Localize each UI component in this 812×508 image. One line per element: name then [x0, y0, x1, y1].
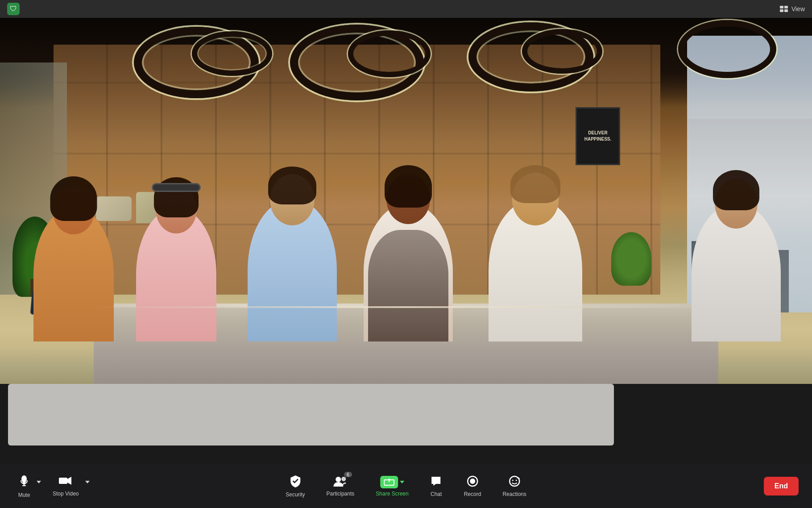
share-screen-button[interactable]: Share Screen — [371, 473, 413, 500]
share-screen-icon-bg — [380, 476, 398, 488]
caption-bar — [8, 384, 614, 446]
video-chevron[interactable] — [83, 479, 91, 486]
svg-point-5 — [336, 477, 341, 482]
mute-button[interactable]: Mute — [13, 472, 35, 501]
reactions-icon — [508, 475, 521, 489]
person-6 — [687, 167, 785, 341]
person-5 — [482, 163, 589, 341]
mute-label: Mute — [18, 492, 30, 498]
ring-light-4 — [678, 20, 776, 78]
security-icon — [289, 475, 302, 489]
participants-icon-wrap: 6 — [333, 475, 348, 488]
view-button[interactable]: View — [780, 5, 805, 12]
plant-right — [611, 232, 651, 286]
person-3 — [241, 163, 344, 341]
toolbar: Mute Stop Video — [0, 464, 812, 508]
share-screen-label: Share Screen — [376, 491, 408, 497]
stop-video-label: Stop Video — [53, 491, 79, 497]
participants-count-badge: 6 — [344, 472, 352, 477]
share-screen-icon — [384, 478, 394, 487]
svg-point-13 — [512, 480, 514, 481]
person-2 — [129, 172, 223, 341]
chat-button[interactable]: Chat — [426, 472, 447, 500]
reactions-button[interactable]: Reactions — [498, 472, 530, 500]
svg-point-0 — [21, 475, 27, 483]
wall-frame-text: DELIVER HAPPINESS. — [584, 130, 612, 142]
wall-frame: DELIVER HAPPINESS. — [576, 107, 620, 165]
mute-chevron[interactable] — [35, 479, 43, 486]
top-bar: 🛡 View — [0, 0, 812, 18]
ring-light-1b — [192, 31, 272, 76]
share-screen-icon-wrap — [380, 476, 404, 488]
end-button[interactable]: End — [764, 477, 799, 496]
zoom-logo: 🛡 — [7, 3, 20, 15]
stop-video-button[interactable]: Stop Video — [48, 473, 83, 500]
video-scene: DELIVER HAPPINESS. — [0, 18, 812, 384]
video-area: DELIVER HAPPINESS. — [0, 18, 812, 384]
person-4 — [357, 163, 460, 341]
participants-icon — [333, 475, 348, 487]
participants-button[interactable]: 6 Participants — [322, 473, 359, 500]
svg-rect-4 — [59, 478, 67, 484]
reactions-label: Reactions — [502, 491, 526, 497]
record-label: Record — [464, 491, 481, 497]
ring-light-2b — [348, 30, 431, 77]
view-grid-icon — [780, 6, 788, 12]
svg-point-11 — [470, 479, 475, 484]
chat-icon — [430, 475, 443, 489]
toolbar-left: Mute Stop Video — [13, 472, 91, 501]
participants-label: Participants — [327, 491, 355, 497]
view-label: View — [791, 5, 805, 12]
video-icon — [59, 476, 72, 488]
chat-label: Chat — [431, 491, 442, 497]
share-screen-chevron-icon — [400, 480, 404, 484]
security-label: Security — [286, 491, 305, 498]
svg-point-6 — [341, 477, 346, 481]
mute-icon — [18, 475, 30, 490]
toolbar-center: Security 6 Participants — [281, 472, 531, 500]
person-1 — [27, 172, 120, 341]
zoom-shield-icon: 🛡 — [10, 5, 17, 13]
toolbar-right: End — [764, 477, 799, 496]
table-edge-light — [94, 306, 718, 308]
ring-light-3b — [522, 29, 602, 74]
record-icon — [466, 475, 479, 489]
security-button[interactable]: Security — [281, 472, 309, 500]
svg-point-14 — [516, 480, 517, 481]
record-button[interactable]: Record — [460, 472, 486, 500]
